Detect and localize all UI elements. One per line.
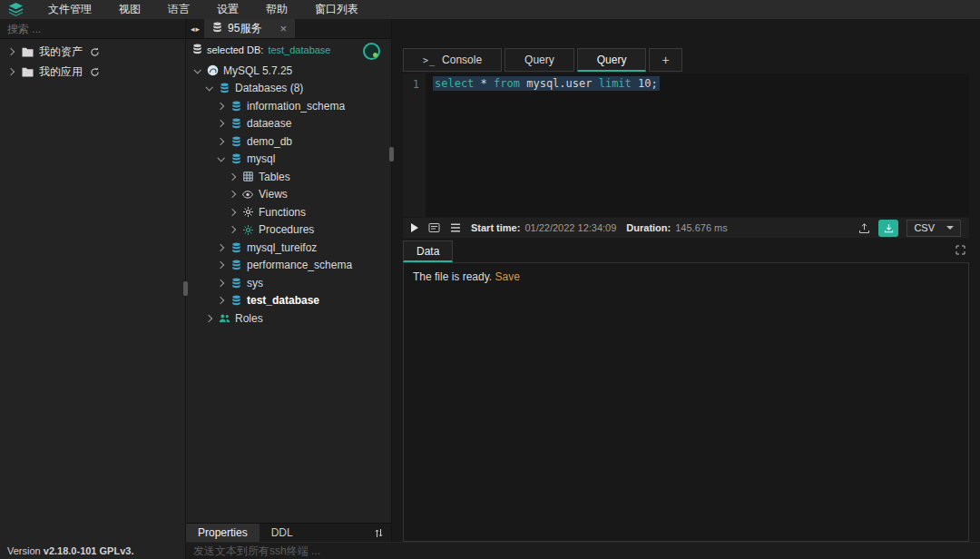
tab-label: Query [597, 54, 627, 66]
menu-item-6[interactable]: 窗口列表 [301, 0, 372, 19]
tree-node-roles[interactable]: Roles [186, 309, 391, 328]
expand-icon[interactable] [956, 245, 965, 255]
tree-node-mysql-5-7-25[interactable]: MySQL 5.7.25 [186, 62, 391, 80]
tree-node-functions[interactable]: Functions [186, 203, 391, 221]
duration-value: 145.676 ms [675, 222, 727, 233]
chevron-down-icon[interactable] [216, 154, 225, 163]
roles-icon [218, 313, 230, 323]
menu-item-4[interactable]: 设置 [203, 0, 252, 19]
database-icon [212, 22, 222, 35]
tab-query-2[interactable]: Query [577, 48, 647, 72]
tree-node-information-schema[interactable]: information_schema [186, 97, 391, 115]
sql-statement[interactable]: select * from mysql.user limit 10; [433, 76, 660, 91]
close-icon[interactable]: × [279, 23, 287, 34]
terminal-icon: >_ [423, 55, 436, 65]
menu-item-3[interactable]: 语言 [154, 0, 203, 19]
rows-list-icon[interactable] [450, 223, 461, 232]
sort-icon[interactable] [375, 524, 391, 542]
save-link[interactable]: Save [495, 270, 520, 283]
tree-node-tables[interactable]: Tables [186, 168, 391, 186]
tab-data[interactable]: Data [403, 240, 453, 262]
selected-db-row: selected DB: test_database [186, 39, 391, 61]
tree-node-views[interactable]: Views [186, 186, 391, 204]
tree-node-label: Roles [235, 312, 263, 325]
assistant-badge[interactable] [363, 43, 380, 60]
menu-item-2[interactable]: 视图 [105, 0, 154, 19]
chevron-down-icon[interactable] [192, 66, 201, 75]
version-value: v2.18.0-101 GPLv3. [44, 545, 134, 556]
chevron-right-icon[interactable] [228, 190, 237, 199]
refresh-icon[interactable] [88, 47, 101, 57]
tree-node-mysql[interactable]: mysql [186, 151, 391, 169]
export-format-select[interactable]: CSV [906, 220, 961, 237]
tab-nav-arrows[interactable]: ◂▸ [186, 19, 204, 38]
new-tab-button[interactable]: + [649, 48, 681, 72]
start-time-label: Start time: [471, 222, 520, 233]
tree-node-label: information_schema [247, 100, 345, 113]
tab-label: Console [442, 54, 482, 66]
tab-properties[interactable]: Properties [186, 524, 260, 542]
selected-db-value[interactable]: test_database [268, 44, 330, 55]
tree-node-dataease[interactable]: dataease [186, 115, 391, 133]
chevron-right-icon[interactable] [204, 314, 213, 323]
tab-ddl[interactable]: DDL [260, 524, 305, 542]
chevron-right-icon[interactable] [216, 279, 225, 288]
folder-icon [21, 67, 34, 77]
search-input[interactable] [0, 19, 185, 39]
run-icon[interactable] [411, 223, 418, 232]
sql-token-plain: 10; [638, 77, 658, 90]
sql-token-keyword: limit [599, 77, 632, 90]
chevron-right-icon[interactable] [216, 137, 225, 146]
tree-node-label: sys [247, 277, 263, 289]
bottom-tabs: PropertiesDDL [186, 524, 305, 542]
sidebar-item[interactable]: 我的应用 [0, 62, 185, 82]
database-icon [230, 118, 242, 129]
line-number: 1 [403, 74, 426, 217]
ssh-broadcast-bar [186, 542, 980, 559]
upload-icon[interactable] [858, 222, 870, 234]
tree-node-mysql-tureifoz[interactable]: mysql_tureifoz [186, 239, 391, 257]
tree-node-label: Views [259, 188, 288, 201]
chevron-right-icon[interactable] [6, 47, 15, 56]
chevron-right-icon[interactable] [228, 208, 237, 217]
chevron-right-icon[interactable] [228, 225, 237, 234]
connection-tab[interactable]: 95服务 × [204, 19, 295, 38]
nav-back-icon[interactable]: ◂ [191, 25, 195, 34]
chevron-right-icon[interactable] [216, 102, 225, 111]
tab-query-1[interactable]: Query [505, 48, 574, 72]
sidebar-item-label: 我的应用 [39, 64, 83, 80]
tab-label: Query [524, 54, 554, 66]
sidebar-item[interactable]: 我的资产 [0, 42, 185, 62]
chevron-right-icon[interactable] [228, 172, 237, 181]
bottom-tab-strip: PropertiesDDL [186, 523, 391, 542]
tree-node-databases-8-[interactable]: Databases (8) [186, 80, 391, 98]
ssh-broadcast-input[interactable] [186, 543, 980, 559]
sql-token-keyword: select [435, 77, 474, 90]
sidebar-item-list: 我的资产我的应用 [0, 39, 185, 82]
panel-resize-handle[interactable] [183, 281, 188, 296]
tree-node-label: Procedures [259, 223, 314, 236]
chevron-right-icon[interactable] [216, 119, 225, 128]
chevron-down-icon[interactable] [204, 83, 213, 93]
tree-node-test-database[interactable]: test_database [186, 292, 391, 310]
chevron-right-icon[interactable] [216, 243, 225, 252]
version-text: Version v2.18.0-101 GPLv3. [7, 545, 133, 556]
chevron-right-icon[interactable] [6, 67, 15, 76]
download-button[interactable] [878, 220, 898, 237]
tab-console-0[interactable]: >_Console [403, 48, 502, 72]
chevron-right-icon[interactable] [216, 296, 225, 305]
nav-forward-icon[interactable]: ▸ [196, 25, 201, 34]
tree-node-sys[interactable]: sys [186, 274, 391, 292]
refresh-icon[interactable] [88, 67, 101, 77]
tree-node-performance-schema[interactable]: performance_schema [186, 257, 391, 275]
tree-node-procedures[interactable]: Procedures [186, 221, 391, 240]
sql-editor[interactable]: 1 select * from mysql.user limit 10; [403, 74, 969, 217]
tree-node-label: demo_db [247, 135, 292, 148]
tree-node-demo-db[interactable]: demo_db [186, 132, 391, 151]
code-area[interactable]: select * from mysql.user limit 10; [426, 74, 969, 217]
menu-item-1[interactable]: 文件管理 [34, 0, 105, 19]
panel-resize-handle[interactable] [389, 147, 394, 162]
chevron-right-icon[interactable] [216, 260, 225, 270]
execute-plan-icon[interactable] [428, 222, 440, 233]
menu-item-5[interactable]: 帮助 [252, 0, 301, 19]
